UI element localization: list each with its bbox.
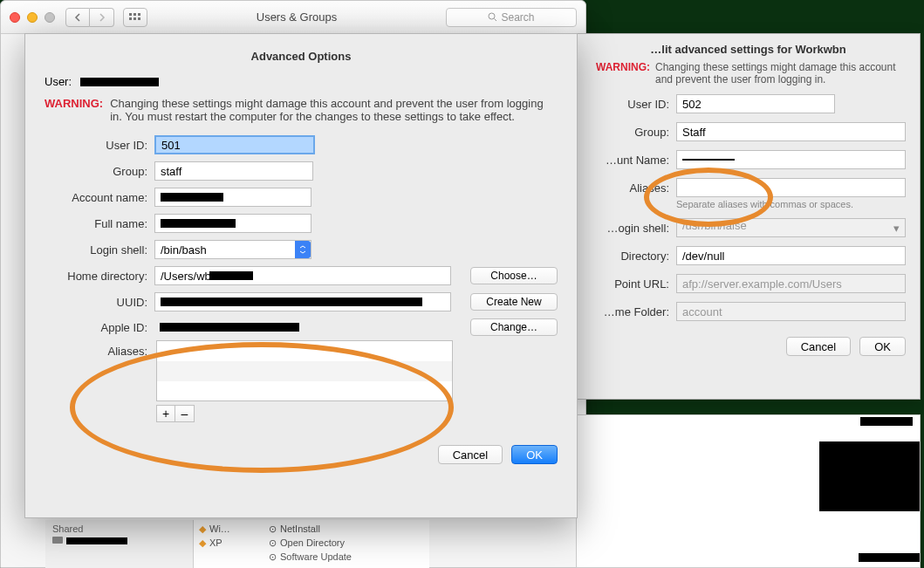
sidebar-peek: Shared xyxy=(45,520,194,568)
login-shell-label: Login shell: xyxy=(44,243,147,257)
user-value-redacted xyxy=(80,78,159,86)
point-url-label: Point URL: xyxy=(591,277,669,291)
search-input[interactable]: Search xyxy=(446,8,577,27)
sidebar-item[interactable] xyxy=(52,534,186,548)
right-warning: WARNING: Changing these settings might d… xyxy=(591,61,906,86)
apple-id-value xyxy=(154,323,451,332)
aliases-label: Aliases: xyxy=(44,345,147,358)
service-item[interactable]: ⊙NetInstall xyxy=(269,522,424,536)
remove-alias-button[interactable]: – xyxy=(175,405,195,422)
aliases-hint: Separate aliases with commas or spaces. xyxy=(676,199,906,209)
cancel-button[interactable]: Cancel xyxy=(438,445,503,464)
warning-label: WARNING: xyxy=(44,97,103,123)
list-item[interactable] xyxy=(157,361,452,381)
svg-rect-8 xyxy=(52,537,63,544)
vm-item[interactable]: ◆XP xyxy=(199,536,258,550)
svg-rect-5 xyxy=(138,17,140,20)
sidebar-section-shared: Shared xyxy=(52,524,186,534)
login-shell-label: …ogin shell: xyxy=(591,222,669,235)
svg-rect-2 xyxy=(138,13,140,16)
home-dir-field[interactable]: /Users/wb xyxy=(154,266,451,285)
right-fragment xyxy=(576,414,921,568)
window-title: Users & Groups xyxy=(147,10,446,24)
full-name-label: Full name: xyxy=(44,217,147,230)
modal-title: Advanced Options xyxy=(44,50,558,63)
back-button[interactable] xyxy=(65,8,90,27)
vm-column: ◆Wi… ◆XP xyxy=(194,520,264,568)
change-button[interactable]: Change… xyxy=(470,318,558,336)
nav-buttons xyxy=(65,8,114,27)
warning-label: WARNING: xyxy=(591,61,650,86)
ok-button[interactable]: OK xyxy=(511,445,558,464)
directory-field[interactable] xyxy=(676,246,906,265)
svg-line-7 xyxy=(495,19,497,22)
aliases-list[interactable] xyxy=(156,340,453,401)
warning-text: Changing these settings might damage thi… xyxy=(110,97,558,123)
aliases-label: Aliases: xyxy=(591,181,669,195)
user-label: User: xyxy=(44,75,72,88)
point-url-field[interactable] xyxy=(676,274,906,293)
svg-point-6 xyxy=(489,13,495,19)
service-item[interactable]: ⊙Open Directory xyxy=(269,536,424,550)
user-id-field[interactable] xyxy=(154,135,315,154)
svg-rect-3 xyxy=(129,17,132,20)
modal-warning: WARNING: Changing these settings might d… xyxy=(44,97,558,123)
login-shell-select[interactable]: /bin/bash xyxy=(154,240,311,259)
list-item[interactable] xyxy=(157,381,452,401)
services-column: ⊙NetInstall ⊙Open Directory ⊙Software Up… xyxy=(264,520,429,568)
group-label: Group: xyxy=(591,126,669,139)
advanced-options-modal: Advanced Options User: WARNING: Changing… xyxy=(24,33,578,518)
server-advanced-settings-window: …lit advanced settings for Workwbn WARNI… xyxy=(576,33,921,400)
ok-button[interactable]: OK xyxy=(859,337,906,356)
show-all-button[interactable] xyxy=(123,8,147,27)
bg-content-peek: Shared ◆Wi… ◆XP ⊙NetInstall ⊙Open Direct… xyxy=(45,520,429,568)
login-shell-select[interactable]: /usr/bin/false▾ xyxy=(676,218,906,237)
cancel-button[interactable]: Cancel xyxy=(786,337,851,356)
titlebar: Users & Groups Search xyxy=(1,1,585,34)
list-item[interactable] xyxy=(157,341,452,361)
add-alias-button[interactable]: + xyxy=(156,405,175,422)
uuid-label: UUID: xyxy=(44,296,147,309)
aliases-field[interactable] xyxy=(676,178,906,197)
home-dir-label: Home directory: xyxy=(44,270,147,283)
apple-id-label: Apple ID: xyxy=(44,321,147,334)
user-id-field[interactable] xyxy=(676,94,835,113)
user-id-label: User ID: xyxy=(591,98,669,111)
window-controls xyxy=(10,12,55,23)
right-title: …lit advanced settings for Workwbn xyxy=(591,43,906,56)
account-name-field[interactable] xyxy=(154,188,311,207)
close-window-icon[interactable] xyxy=(10,12,20,23)
account-name-field[interactable] xyxy=(676,150,906,169)
home-folder-field[interactable] xyxy=(676,302,906,321)
directory-label: Directory: xyxy=(591,250,669,263)
service-item[interactable]: ⊙Software Update xyxy=(269,550,424,564)
search-icon xyxy=(488,12,497,22)
account-name-label: …unt Name: xyxy=(591,154,669,167)
group-field[interactable] xyxy=(154,161,313,181)
svg-rect-4 xyxy=(133,17,136,20)
home-folder-label: …me Folder: xyxy=(591,305,669,318)
svg-rect-1 xyxy=(133,13,136,16)
chevron-down-icon xyxy=(295,241,311,258)
choose-button[interactable]: Choose… xyxy=(470,267,558,284)
zoom-window-icon xyxy=(44,12,55,23)
group-label: Group: xyxy=(44,165,147,178)
search-placeholder: Search xyxy=(501,11,534,24)
account-name-label: Account name: xyxy=(44,191,147,204)
warning-text: Changing these settings might damage thi… xyxy=(655,61,906,86)
minimize-window-icon[interactable] xyxy=(27,12,38,23)
full-name-field[interactable] xyxy=(154,214,311,233)
forward-button[interactable] xyxy=(90,8,114,27)
vm-item[interactable]: ◆Wi… xyxy=(199,522,258,536)
group-field[interactable] xyxy=(676,122,906,141)
user-id-label: User ID: xyxy=(44,139,147,152)
uuid-field[interactable] xyxy=(154,292,451,311)
create-new-button[interactable]: Create New xyxy=(470,293,558,311)
svg-rect-0 xyxy=(129,13,132,16)
